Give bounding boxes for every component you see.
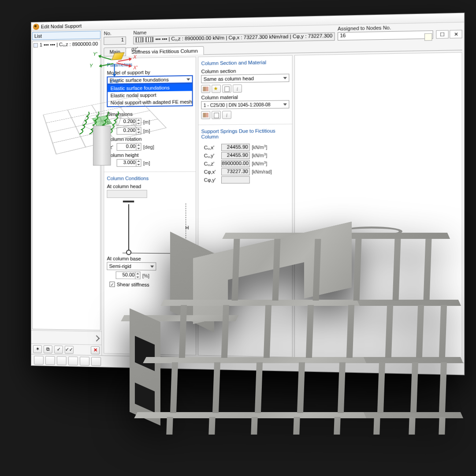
building-render	[100, 207, 458, 454]
pillar-icon	[102, 126, 111, 166]
axis-z: Z=Z'	[110, 78, 119, 84]
axis-x: X	[133, 54, 136, 60]
coordinate-axes: X X' Y Y' Z=Z' αz'	[102, 50, 142, 83]
axis-xp: X'	[133, 65, 138, 70]
axis-alpha: αz'	[131, 50, 138, 52]
